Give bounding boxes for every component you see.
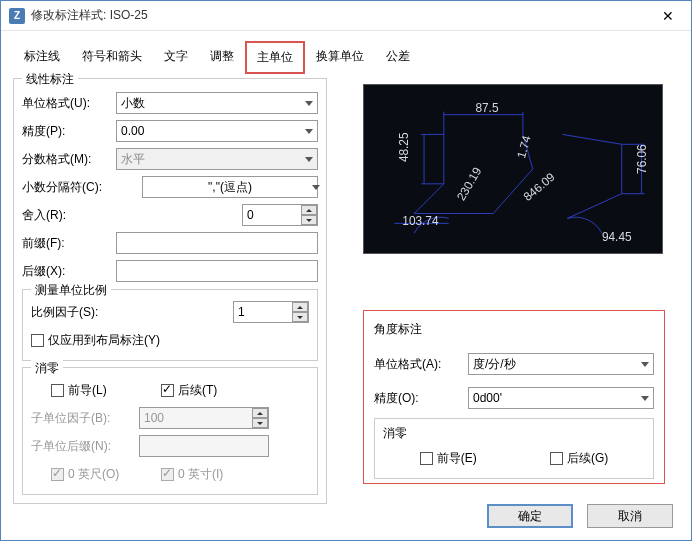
- linear-group: 线性标注 单位格式(U): 小数 精度(P): 0.00 分数格式(M): 水平…: [13, 78, 327, 504]
- fraction-select: 水平: [116, 148, 318, 170]
- scale-group: 测量单位比例 比例因子(S): 1 仅应用到布局标注(Y): [22, 289, 318, 361]
- round-label: 舍入(R):: [22, 207, 116, 224]
- ok-button[interactable]: 确定: [487, 504, 573, 528]
- tab-primary-units[interactable]: 主单位: [245, 41, 305, 74]
- decimal-sep-select[interactable]: ","(逗点): [142, 176, 318, 198]
- spin-up[interactable]: [301, 205, 317, 215]
- ang-zero-legend: 消零: [383, 426, 407, 440]
- scale-legend: 测量单位比例: [31, 282, 111, 299]
- trailing-checkbox[interactable]: [161, 384, 174, 397]
- ang-unit-label: 单位格式(A):: [374, 356, 468, 373]
- suffix-label: 后缀(X):: [22, 263, 116, 280]
- inch-label: 0 英寸(I): [178, 467, 223, 481]
- svg-text:103.74: 103.74: [402, 214, 439, 228]
- precision-select[interactable]: 0.00: [116, 120, 318, 142]
- tab-tolerance[interactable]: 公差: [375, 41, 421, 74]
- fraction-label: 分数格式(M):: [22, 151, 116, 168]
- suffix-input[interactable]: [116, 260, 318, 282]
- subfactor-label: 子单位因子(B):: [31, 410, 139, 427]
- unit-format-select[interactable]: 小数: [116, 92, 318, 114]
- scale-factor-spinner[interactable]: 1: [233, 301, 309, 323]
- zero-legend: 消零: [31, 360, 63, 377]
- svg-text:846.09: 846.09: [521, 170, 558, 204]
- layout-only-checkbox[interactable]: [31, 334, 44, 347]
- spin-down[interactable]: [301, 215, 317, 225]
- ang-trailing-label: 后续(G): [567, 451, 608, 465]
- chevron-down-icon: [312, 185, 320, 190]
- tab-text[interactable]: 文字: [153, 41, 199, 74]
- ang-leading-checkbox[interactable]: [420, 452, 433, 465]
- ang-leading-label: 前导(E): [437, 451, 477, 465]
- layout-only-label: 仅应用到布局标注(Y): [48, 332, 160, 349]
- unit-format-label: 单位格式(U):: [22, 95, 116, 112]
- tab-alt-units[interactable]: 换算单位: [305, 41, 375, 74]
- ang-precision-select[interactable]: 0d00': [468, 387, 654, 409]
- svg-text:76.06: 76.06: [635, 144, 649, 174]
- subfactor-spinner: 100: [139, 407, 269, 429]
- inch-checkbox: [161, 468, 174, 481]
- angular-legend: 角度标注: [374, 321, 654, 338]
- spin-down[interactable]: [292, 312, 308, 322]
- svg-text:230.19: 230.19: [454, 164, 484, 203]
- linear-legend: 线性标注: [22, 71, 78, 88]
- feet-label: 0 英尺(O): [68, 467, 119, 481]
- chevron-down-icon: [305, 101, 313, 106]
- scale-factor-label: 比例因子(S):: [31, 304, 131, 321]
- tab-dimline[interactable]: 标注线: [13, 41, 71, 74]
- chevron-down-icon: [305, 129, 313, 134]
- subsuffix-label: 子单位后缀(N):: [31, 438, 139, 455]
- cancel-button[interactable]: 取消: [587, 504, 673, 528]
- tab-fit[interactable]: 调整: [199, 41, 245, 74]
- prefix-label: 前缀(F):: [22, 235, 116, 252]
- prefix-input[interactable]: [116, 232, 318, 254]
- spin-up[interactable]: [292, 302, 308, 312]
- app-icon: Z: [9, 8, 25, 24]
- precision-label: 精度(P):: [22, 123, 116, 140]
- leading-label: 前导(L): [68, 383, 107, 397]
- window-title: 修改标注样式: ISO-25: [31, 7, 653, 24]
- close-button[interactable]: ✕: [653, 1, 683, 31]
- zero-group: 消零 前导(L) 后续(T) 子单位因子(B): 100 子单位后缀(N): 0…: [22, 367, 318, 495]
- chevron-down-icon: [305, 157, 313, 162]
- ang-precision-label: 精度(O):: [374, 390, 468, 407]
- tab-symbols[interactable]: 符号和箭头: [71, 41, 153, 74]
- decimal-sep-label: 小数分隔符(C):: [22, 179, 116, 196]
- trailing-label: 后续(T): [178, 383, 217, 397]
- feet-checkbox: [51, 468, 64, 481]
- subsuffix-input: [139, 435, 269, 457]
- svg-text:1.74: 1.74: [514, 134, 534, 160]
- ang-trailing-checkbox[interactable]: [550, 452, 563, 465]
- leading-checkbox[interactable]: [51, 384, 64, 397]
- svg-text:87.5: 87.5: [475, 101, 498, 115]
- svg-text:94.45: 94.45: [602, 230, 632, 244]
- chevron-down-icon: [641, 362, 649, 367]
- svg-text:48.25: 48.25: [397, 132, 411, 162]
- angular-group: 角度标注 单位格式(A): 度/分/秒 精度(O): 0d00' 消零 前导(E…: [363, 310, 665, 484]
- round-spinner[interactable]: 0: [242, 204, 318, 226]
- ang-unit-select[interactable]: 度/分/秒: [468, 353, 654, 375]
- tab-bar: 标注线 符号和箭头 文字 调整 主单位 换算单位 公差: [1, 31, 691, 74]
- preview-pane: 87.5 48.25 230.19 103.74 76.06 94.45 1.7…: [363, 84, 663, 254]
- chevron-down-icon: [641, 396, 649, 401]
